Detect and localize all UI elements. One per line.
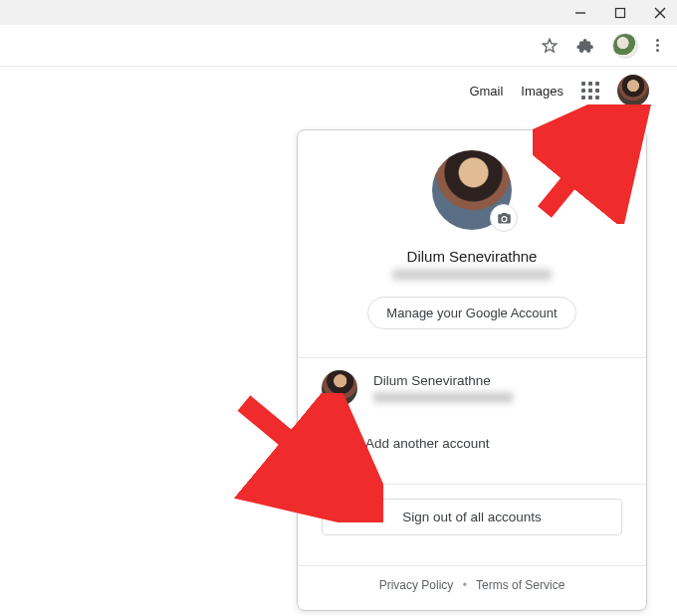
gmail-link[interactable]: Gmail <box>469 84 503 99</box>
add-account-row[interactable]: Add another account <box>298 418 646 468</box>
svg-rect-1 <box>616 8 625 17</box>
add-account-label: Add another account <box>365 436 490 451</box>
google-apps-icon[interactable] <box>581 82 599 100</box>
minimize-icon[interactable] <box>573 6 587 20</box>
add-person-icon <box>325 432 346 454</box>
secondary-account-row[interactable]: Dilum Senevirathne <box>298 358 646 418</box>
browser-profile-avatar[interactable] <box>612 33 638 59</box>
terms-link[interactable]: Terms of Service <box>476 578 564 592</box>
google-header: Gmail Images <box>0 67 677 114</box>
account-menu-footer: Privacy Policy • Terms of Service <box>298 566 646 596</box>
secondary-avatar <box>322 370 357 406</box>
maximize-icon[interactable] <box>613 6 627 20</box>
browser-menu-icon[interactable] <box>656 39 659 52</box>
svg-marker-4 <box>543 39 557 52</box>
primary-account-name: Dilum Senevirathne <box>322 248 622 265</box>
change-photo-button[interactable] <box>490 204 518 232</box>
privacy-link[interactable]: Privacy Policy <box>379 578 454 592</box>
star-icon[interactable] <box>541 37 559 55</box>
primary-account-email <box>392 269 552 281</box>
window-titlebar <box>0 0 677 25</box>
separator-dot: • <box>463 578 467 592</box>
extensions-icon[interactable] <box>576 37 594 55</box>
close-icon[interactable] <box>653 6 667 20</box>
secondary-account-name: Dilum Senevirathne <box>373 373 513 388</box>
account-menu: Dilum Senevirathne Manage your Google Ac… <box>297 129 647 611</box>
secondary-account-email <box>373 392 513 403</box>
browser-toolbar <box>0 25 677 67</box>
manage-account-button[interactable]: Manage your Google Account <box>367 297 575 329</box>
primary-avatar-wrap <box>432 150 512 230</box>
sign-out-button[interactable]: Sign out of all accounts <box>322 499 622 535</box>
images-link[interactable]: Images <box>521 84 564 99</box>
account-avatar-button[interactable] <box>617 75 649 106</box>
